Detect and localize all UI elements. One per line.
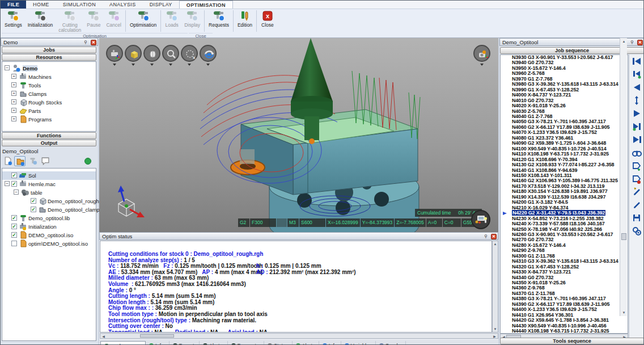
- stock-view-button[interactable]: [143, 45, 160, 62]
- solid-view-button[interactable]: [125, 45, 142, 62]
- tree-item-demo[interactable]: −Demo: [2, 64, 96, 73]
- tab-optimisation[interactable]: OPTIMISATION: [179, 1, 233, 9]
- expander-icon[interactable]: +: [11, 82, 16, 87]
- tab-requests-[interactable]: Requests.: [228, 341, 265, 345]
- folder-gear-icon[interactable]: [14, 156, 26, 166]
- tab-display[interactable]: DISPLAY: [143, 1, 179, 9]
- scroll-left-arrow[interactable]: ◀: [101, 334, 106, 339]
- save-button[interactable]: [632, 213, 642, 222]
- edit-button[interactable]: [632, 200, 642, 209]
- step-scroll-button[interactable]: [632, 96, 642, 105]
- close-icon[interactable]: ✕: [91, 40, 96, 45]
- edit-add-button[interactable]: [632, 187, 642, 196]
- scroll-down-arrow[interactable]: ▼: [493, 327, 498, 331]
- expander-icon[interactable]: +: [11, 99, 16, 104]
- tab-alerts-[interactable]: Alerts.: [200, 341, 228, 345]
- expander-icon[interactable]: +: [11, 116, 16, 121]
- functions-bar[interactable]: Functions: [2, 132, 96, 139]
- tab-report-[interactable]: Report.: [170, 341, 200, 345]
- optitool-item-hemle-mac[interactable]: −✓Hemle.mac: [2, 180, 96, 188]
- tab-status[interactable]: Status: [264, 341, 293, 345]
- tree-item-tools[interactable]: +Tools: [2, 81, 96, 90]
- checkbox[interactable]: ✓: [11, 172, 17, 178]
- search-binoculars-button[interactable]: [632, 148, 642, 157]
- tab-file[interactable]: FILE: [1, 1, 26, 9]
- tab-info[interactable]: iInfo: [319, 341, 341, 345]
- checkbox[interactable]: ✓: [31, 207, 36, 212]
- close-icon[interactable]: ✕: [491, 234, 497, 239]
- dropdown-arrow-icon[interactable]: [188, 64, 191, 66]
- tree-item-parts[interactable]: +Parts: [2, 107, 96, 115]
- play-backward-button[interactable]: [632, 83, 642, 92]
- selection-button[interactable]: x: [181, 45, 198, 62]
- optitool-item-demo-optitool-clamp-clp[interactable]: ✓Demo_optitool_clamp.clp: [2, 205, 96, 214]
- close-icon[interactable]: ✕: [637, 40, 643, 45]
- play-to-event-button[interactable]: [632, 122, 642, 131]
- machine-view-button[interactable]: [106, 45, 123, 62]
- pin-icon[interactable]: ⚲: [484, 234, 489, 239]
- dropdown-arrow-icon[interactable]: [132, 64, 135, 66]
- checkbox[interactable]: ✓: [11, 232, 17, 238]
- ribbon-button-edition[interactable]: Edition: [235, 9, 255, 33]
- scroll-right-arrow[interactable]: ▶: [492, 334, 497, 339]
- tab-simulation[interactable]: SIMULATION: [56, 1, 103, 9]
- checkbox[interactable]: [11, 241, 17, 246]
- tag-add-button[interactable]: [632, 161, 642, 170]
- tag-remove-button[interactable]: [632, 174, 642, 183]
- gcode-line[interactable]: N4440 X108.198 Y-63.715 I-17.732 J-31.92…: [501, 329, 628, 334]
- checkbox[interactable]: ✓: [11, 224, 17, 229]
- dropdown-arrow-icon[interactable]: [206, 64, 210, 66]
- dropdown-arrow-icon[interactable]: [480, 64, 484, 66]
- go-first-alt-button[interactable]: [632, 70, 642, 79]
- jobs-bar[interactable]: Jobs: [2, 47, 96, 53]
- scrollbar-thumb[interactable]: [140, 334, 174, 338]
- pin-icon[interactable]: ⚲: [630, 40, 635, 45]
- tree-item-machines[interactable]: +Machines: [2, 73, 96, 81]
- rotate-view-button[interactable]: [200, 45, 217, 62]
- viewport-3d[interactable]: x Cumulated time 0h 29' 49" G2F300M3S600…: [99, 38, 498, 232]
- optitool-item-table[interactable]: −table: [2, 188, 96, 197]
- tools-sequence-bar[interactable]: Tools sequence: [500, 338, 644, 344]
- scroll-up-arrow[interactable]: ▲: [621, 39, 626, 44]
- expander-icon[interactable]: −: [14, 190, 19, 195]
- expander-icon[interactable]: +: [11, 74, 16, 79]
- options-gears-button[interactable]: [632, 226, 642, 235]
- dropdown-arrow-icon[interactable]: [169, 64, 172, 66]
- checkbox[interactable]: ✓: [11, 215, 17, 221]
- checkbox[interactable]: ✓: [11, 181, 17, 187]
- ribbon-button-close[interactable]: xClose: [258, 9, 277, 33]
- optitool-item-initialization[interactable]: ✓Initialization: [2, 222, 96, 231]
- play-forward-button[interactable]: [632, 109, 642, 118]
- optitool-item-sol[interactable]: ✓Sol: [2, 171, 96, 180]
- tree-item-programs[interactable]: +Programs: [2, 115, 96, 124]
- tree-item-rough-stocks[interactable]: +Rough Stocks: [2, 98, 96, 107]
- ribbon-button-requests[interactable]: Requests: [206, 9, 232, 33]
- checkbox[interactable]: ✓: [31, 198, 36, 204]
- ribbon-button-settings[interactable]: Settings: [2, 9, 25, 33]
- expander-icon[interactable]: +: [11, 91, 16, 96]
- doc-gear-icon[interactable]: [2, 156, 13, 166]
- tab-alerts[interactable]: Alerts: [293, 341, 319, 345]
- optitool-item-optim-demo-optitool-iso[interactable]: optim\DEMO_optitool.iso: [2, 239, 96, 248]
- optitool-item-demo-optitool-lib[interactable]: ✓Demo_optitool.lib: [2, 214, 96, 222]
- gcode-vertical-scrollbar[interactable]: ▲ ▼: [620, 38, 627, 316]
- scrollbar-thumb[interactable]: [621, 233, 626, 240]
- scroll-down-arrow[interactable]: ▼: [621, 310, 626, 315]
- tab-home[interactable]: HOME: [26, 1, 56, 9]
- tree-item-clamps[interactable]: +Clamps: [2, 90, 96, 98]
- dropdown-arrow-icon[interactable]: [150, 64, 154, 66]
- tab-optim-status[interactable]: Optim status: [100, 341, 146, 345]
- optim-vertical-scrollbar[interactable]: ▲ ▼: [492, 241, 498, 333]
- go-first-button[interactable]: [632, 57, 642, 66]
- output-bar[interactable]: Output: [2, 140, 96, 146]
- dropdown-arrow-icon[interactable]: [113, 64, 116, 66]
- tab-analysis[interactable]: ANALYSIS: [103, 1, 143, 9]
- ribbon-button-optimisation[interactable]: Optimisation: [127, 9, 159, 33]
- expander-icon[interactable]: −: [5, 65, 10, 70]
- comment-icon[interactable]: [39, 156, 50, 166]
- optim-horizontal-scrollbar[interactable]: ◀ ▶: [100, 333, 498, 339]
- tab-info-[interactable]: Info.: [146, 341, 170, 345]
- go-last-button[interactable]: [632, 135, 642, 144]
- tab-graphs[interactable]: Graphs: [376, 341, 406, 345]
- expander-icon[interactable]: +: [11, 108, 16, 113]
